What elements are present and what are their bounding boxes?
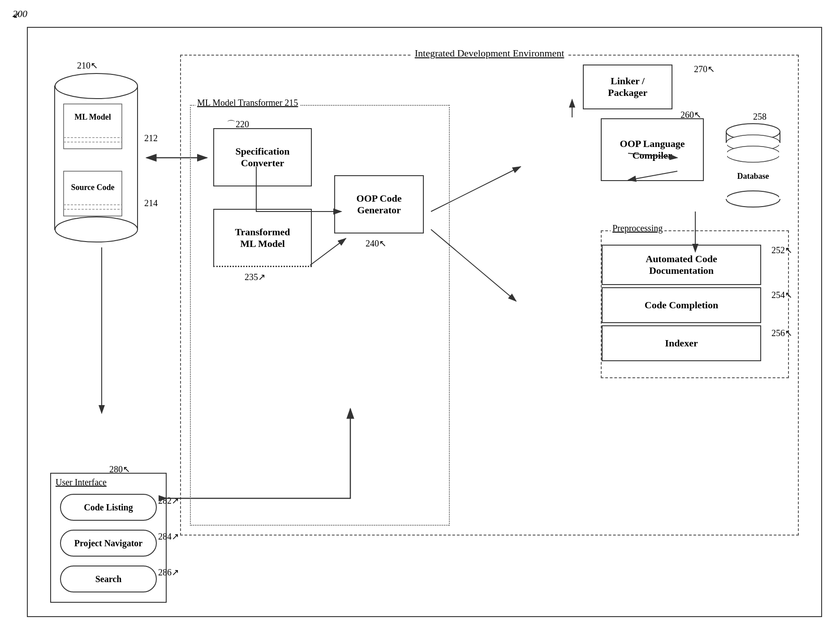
ui-label: User Interface — [56, 477, 107, 488]
ide-label: Integrated Development Environment — [411, 48, 568, 59]
oop-compiler-num: 260↖ — [681, 109, 702, 120]
svg-text:ML Model: ML Model — [74, 112, 111, 121]
ml-transformer-label: ML Model Transformer 215 — [195, 98, 300, 108]
ml-model-212: 212 — [144, 133, 158, 143]
project-nav-num: 284↗ — [158, 531, 179, 542]
oop-language-compiler-label: OOP LanguageCompiler — [620, 138, 685, 161]
indexer-box: Indexer — [602, 325, 761, 361]
indexer-num: 256↖ — [771, 328, 793, 338]
figure-arrow: ↙ — [13, 9, 21, 21]
linker-packager-label: Linker /Packager — [608, 75, 647, 99]
user-interface-container: User Interface 280↖ Code Listing 282↗ Pr… — [50, 473, 167, 603]
transformed-ml-model-label: TransformedML Model — [235, 226, 290, 250]
svg-point-10 — [55, 217, 138, 242]
preprocessing-box: Preprocessing Automated CodeDocumentatio… — [601, 230, 789, 378]
database-num: 258 — [753, 112, 767, 122]
transformed-ml-num: 235↗ — [245, 272, 266, 282]
database-cylinder-svg: Database — [722, 121, 784, 210]
page: 200 ↙ Integrated Development Environment… — [0, 0, 840, 635]
code-listing-button[interactable]: Code Listing — [60, 494, 157, 521]
ml-model-cylinder-svg: ML Model Source Code — [50, 73, 144, 243]
automated-code-doc-label: Automated CodeDocumentation — [646, 253, 717, 276]
code-listing-num: 282↗ — [158, 495, 179, 506]
automated-code-doc-box: Automated CodeDocumentation — [602, 245, 761, 285]
ml-transformer-box: ML Model Transformer 215 SpecificationCo… — [190, 105, 450, 526]
code-listing-label: Code Listing — [84, 502, 133, 513]
oop-code-gen-box: OOP CodeGenerator — [334, 175, 424, 233]
project-navigator-label: Project Navigator — [74, 538, 142, 549]
search-label: Search — [95, 574, 122, 584]
oop-code-gen-num: 240↖ — [366, 238, 387, 249]
transformed-ml-model-box: TransformedML Model — [213, 209, 312, 267]
indexer-label: Indexer — [665, 337, 698, 349]
ml-store-num: 210↖ — [77, 60, 98, 71]
svg-point-9 — [55, 73, 138, 99]
outer-border: Integrated Development Environment ML Mo… — [27, 27, 822, 617]
svg-point-4 — [726, 146, 780, 162]
code-completion-box: Code Completion — [602, 287, 761, 323]
linker-num: 270↖ — [694, 64, 715, 74]
ide-box: Integrated Development Environment ML Mo… — [180, 55, 799, 536]
search-button[interactable]: Search — [60, 566, 157, 592]
specification-converter-label: SpecificationConverter — [236, 146, 290, 169]
ml-model-store-container: 210↖ ML Model Source Code 212 214 — [50, 73, 144, 245]
ui-num: 280↖ — [109, 464, 130, 475]
code-completion-label: Code Completion — [645, 299, 718, 311]
search-num: 286↗ — [158, 567, 179, 578]
source-code-214: 214 — [144, 198, 158, 208]
project-navigator-button[interactable]: Project Navigator — [60, 530, 157, 557]
linker-packager-box: Linker /Packager — [583, 65, 672, 109]
spec-converter-num: ⌒220 — [227, 118, 249, 130]
code-completion-num: 254↖ — [771, 289, 793, 300]
oop-code-gen-label: OOP CodeGenerator — [357, 193, 402, 216]
oop-language-compiler-box: OOP LanguageCompiler — [601, 118, 704, 181]
specification-converter-box: SpecificationConverter — [213, 128, 312, 186]
database-container: Database 258 — [722, 121, 784, 212]
svg-text:Database: Database — [737, 172, 769, 181]
svg-point-2 — [726, 191, 780, 207]
preprocessing-label: Preprocessing — [611, 223, 664, 233]
auto-doc-num: 252↖ — [771, 245, 793, 255]
svg-text:Source Code: Source Code — [71, 183, 114, 192]
